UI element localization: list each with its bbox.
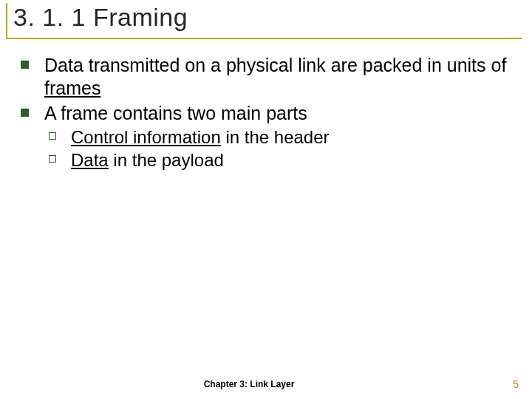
sub-bullet-item: Data in the payload bbox=[49, 149, 522, 171]
bullet-text-underlined: frames bbox=[44, 78, 100, 98]
sub-bullet-rest: in the header bbox=[221, 127, 330, 147]
sub-bullet-list: Control information in the header Data i… bbox=[44, 126, 522, 171]
bullet-item: A frame contains two main parts Control … bbox=[21, 102, 522, 171]
slide-footer: Chapter 3: Link Layer 5 bbox=[0, 378, 532, 390]
bullet-text-prefix: Data transmitted on a physical link are … bbox=[44, 55, 506, 75]
hollow-square-bullet-icon bbox=[49, 155, 56, 163]
slide-body: Data transmitted on a physical link are … bbox=[0, 39, 532, 174]
hollow-square-bullet-icon bbox=[49, 132, 56, 140]
sub-bullet-underlined: Control information bbox=[71, 127, 221, 147]
sub-bullet-rest: in the payload bbox=[109, 150, 224, 170]
footer-chapter: Chapter 3: Link Layer bbox=[0, 379, 498, 389]
slide: 3. 1. 1 Framing Data transmitted on a ph… bbox=[0, 0, 532, 399]
slide-title: 3. 1. 1 Framing bbox=[13, 3, 522, 32]
sub-bullet-item: Control information in the header bbox=[49, 126, 522, 148]
sub-bullet-underlined: Data bbox=[71, 150, 109, 170]
bullet-item: Data transmitted on a physical link are … bbox=[21, 54, 522, 99]
square-bullet-icon bbox=[21, 61, 29, 69]
footer-page-number: 5 bbox=[498, 378, 519, 390]
square-bullet-icon bbox=[21, 109, 29, 117]
bullet-text: A frame contains two main parts bbox=[44, 103, 307, 123]
title-block: 3. 1. 1 Framing bbox=[6, 3, 522, 39]
